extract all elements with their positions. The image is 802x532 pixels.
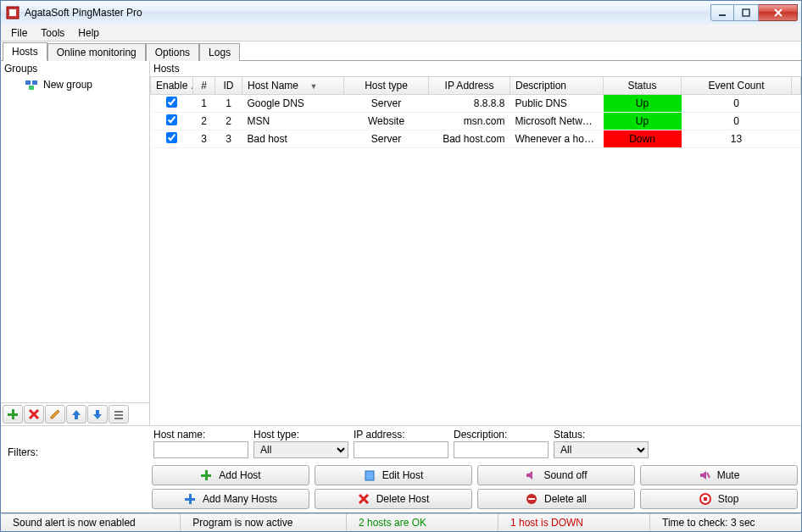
svg-line-28: [359, 495, 368, 503]
cell-id: 2: [215, 113, 242, 130]
filter-hostname-label: Host name:: [153, 429, 248, 441]
hosts-grid[interactable]: Enable … # ID Host Name ▼ Host type IP A…: [150, 76, 801, 425]
window-buttons: [710, 4, 798, 21]
tab-online-monitoring[interactable]: Online monitoring: [47, 43, 146, 61]
svg-rect-21: [365, 471, 374, 480]
sound-off-button[interactable]: Sound off: [477, 465, 635, 485]
menu-help[interactable]: Help: [71, 25, 106, 41]
delete-host-button[interactable]: Delete Host: [315, 489, 472, 509]
x-icon: [358, 493, 370, 505]
group-move-up-button[interactable]: [66, 405, 86, 424]
group-add-button[interactable]: [3, 405, 23, 424]
app-icon: [6, 6, 19, 19]
svg-rect-8: [29, 86, 34, 90]
col-events[interactable]: Event Count: [682, 77, 792, 95]
svg-marker-13: [51, 410, 59, 418]
row-enable-checkbox[interactable]: [166, 114, 177, 125]
mute-button[interactable]: Mute: [640, 465, 798, 485]
tab-logs[interactable]: Logs: [199, 43, 240, 61]
status-program: Program is now active: [181, 514, 347, 531]
table-row[interactable]: 3 3 Bad host Server Bad host.com Wheneve…: [151, 130, 801, 148]
no-entry-icon: [526, 493, 537, 505]
status-down: 1 host is DOWN: [498, 514, 650, 531]
stop-button[interactable]: Stop: [640, 489, 798, 509]
add-host-button[interactable]: Add Host: [152, 465, 309, 485]
close-button[interactable]: [759, 4, 798, 21]
group-node[interactable]: New group: [1, 76, 149, 93]
cell-events: 13: [682, 130, 792, 148]
svg-point-31: [700, 494, 710, 504]
filters-label: Filters:: [4, 446, 55, 458]
table-row[interactable]: 2 2 MSN Website msn.com Microsoft Networ…: [151, 113, 801, 130]
delete-all-button[interactable]: Delete all: [477, 489, 635, 509]
menu-tools[interactable]: Tools: [34, 25, 71, 41]
filter-hostname-input[interactable]: [153, 441, 248, 458]
col-hostname-label: Host Name: [248, 80, 298, 91]
add-many-hosts-button[interactable]: Add Many Hosts: [152, 489, 309, 509]
filter-status-select[interactable]: All: [554, 441, 649, 458]
cell-id: 3: [215, 130, 242, 148]
filter-desc-label: Description:: [454, 429, 549, 441]
action-buttons: Add Host Edit Host Sound off Mute: [1, 465, 801, 513]
list-icon: [113, 408, 125, 420]
svg-rect-20: [201, 474, 211, 477]
minimize-button[interactable]: [710, 4, 734, 21]
col-id[interactable]: ID: [215, 77, 242, 95]
col-hosttype[interactable]: Host type: [344, 77, 429, 95]
col-status[interactable]: Status: [604, 77, 682, 95]
menu-file[interactable]: File: [4, 25, 34, 41]
tab-hosts[interactable]: Hosts: [3, 42, 47, 61]
edit-host-label: Edit Host: [382, 469, 424, 481]
hosts-panel: Hosts Enable … # ID Host N: [150, 61, 801, 425]
col-ip[interactable]: IP Address: [429, 77, 510, 95]
svg-rect-26: [185, 498, 195, 501]
svg-rect-19: [205, 470, 208, 480]
filter-ip-input[interactable]: [354, 441, 448, 458]
cell-type: Website: [344, 113, 429, 130]
table-row[interactable]: 1 1 Google DNS Server 8.8.8.8 Public DNS…: [151, 95, 801, 113]
cell-ip: Bad host.com: [429, 130, 510, 148]
maximize-button[interactable]: [734, 4, 759, 21]
cell-name: Google DNS: [242, 95, 344, 113]
col-enable[interactable]: Enable …: [151, 77, 193, 95]
col-hostname[interactable]: Host Name ▼: [242, 77, 344, 95]
col-desc[interactable]: Description: [510, 77, 604, 95]
note-icon: [364, 469, 376, 481]
edit-host-button[interactable]: Edit Host: [315, 465, 472, 485]
cell-num: 1: [193, 95, 215, 113]
group-edit-button[interactable]: [45, 405, 65, 424]
plus-icon: [7, 408, 19, 420]
cell-desc: Microsoft Network …: [510, 113, 604, 130]
filter-ip-label: IP address:: [354, 429, 448, 441]
plus-blue-icon: [184, 493, 196, 505]
arrow-down-icon: [92, 408, 103, 420]
speaker-icon: [525, 469, 537, 481]
group-node-label: New group: [43, 79, 92, 91]
svg-line-27: [359, 495, 368, 503]
window-title: AgataSoft PingMaster Pro: [25, 7, 142, 19]
filter-desc-input[interactable]: [454, 441, 549, 458]
filter-hosttype-label: Host type:: [253, 429, 348, 441]
delete-host-label: Delete Host: [376, 493, 430, 505]
row-enable-checkbox[interactable]: [166, 132, 177, 143]
stop-label: Stop: [718, 493, 739, 505]
group-delete-button[interactable]: [24, 405, 44, 424]
tab-options[interactable]: Options: [146, 43, 199, 61]
filter-hosttype-select[interactable]: All: [253, 441, 348, 458]
status-timer: Time to check: 3 sec: [650, 514, 801, 531]
svg-marker-14: [72, 410, 81, 419]
groups-tree[interactable]: New group: [1, 76, 149, 402]
svg-rect-2: [719, 14, 726, 16]
svg-line-11: [30, 410, 38, 418]
col-num[interactable]: #: [193, 77, 215, 95]
svg-marker-22: [526, 471, 532, 479]
stop-icon: [699, 493, 711, 505]
cell-ip: 8.8.8.8: [429, 95, 510, 113]
cell-desc: Public DNS: [510, 95, 604, 113]
hosts-title: Hosts: [150, 61, 801, 76]
group-move-down-button[interactable]: [87, 405, 108, 424]
group-list-button[interactable]: [109, 405, 129, 424]
row-enable-checkbox[interactable]: [166, 97, 177, 108]
cell-type: Server: [344, 130, 429, 148]
cell-type: Server: [344, 95, 429, 113]
